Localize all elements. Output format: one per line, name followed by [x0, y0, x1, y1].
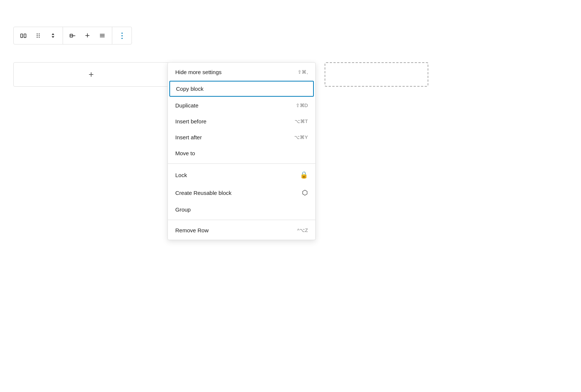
svg-marker-8 — [52, 33, 54, 35]
menu-shortcut-insert-after: ⌥⌘Y — [294, 134, 308, 140]
menu-item-label: Lock — [175, 172, 187, 178]
lock-icon: 🔒 — [300, 171, 308, 179]
menu-item-hide-more-settings[interactable]: Hide more settings ⇧⌘, — [168, 64, 315, 80]
svg-rect-0 — [21, 34, 23, 38]
svg-marker-9 — [52, 36, 54, 38]
menu-item-create-reusable-block[interactable]: Create Reusable block ⬡ — [168, 184, 315, 202]
menu-item-group[interactable]: Group — [168, 202, 315, 217]
menu-item-label: Remove Row — [175, 227, 209, 233]
align-center-icon[interactable] — [96, 29, 109, 42]
menu-section-2: Lock 🔒 Create Reusable block ⬡ Group — [168, 165, 315, 219]
menu-item-label: Duplicate — [175, 102, 199, 109]
context-menu: Hide more settings ⇧⌘, Copy block Duplic… — [167, 62, 316, 240]
svg-point-3 — [37, 35, 38, 36]
toolbar-group-3: ⋮ — [112, 27, 132, 44]
menu-item-label: Hide more settings — [175, 69, 222, 75]
reusable-block-icon: ⬡ — [302, 189, 308, 197]
menu-item-label: Insert before — [175, 118, 206, 124]
drag-icon[interactable] — [31, 29, 45, 42]
svg-rect-1 — [24, 34, 26, 38]
menu-divider-2 — [168, 220, 315, 220]
menu-item-insert-before[interactable]: Insert before ⌥⌘T — [168, 113, 315, 129]
align-left-icon[interactable] — [66, 29, 79, 42]
toolbar-group-1 — [14, 27, 63, 44]
menu-item-lock[interactable]: Lock 🔒 — [168, 166, 315, 184]
menu-item-label: Group — [175, 206, 191, 213]
columns-icon[interactable] — [17, 29, 30, 42]
dashed-block-placeholder — [325, 62, 428, 87]
move-updown-icon[interactable] — [46, 29, 60, 42]
menu-shortcut-insert-before: ⌥⌘T — [295, 119, 308, 124]
menu-shortcut-hide-settings: ⇧⌘, — [298, 69, 308, 75]
menu-item-insert-after[interactable]: Insert after ⌥⌘Y — [168, 129, 315, 145]
menu-item-remove-row[interactable]: Remove Row ^⌥Z — [168, 222, 315, 238]
svg-point-6 — [39, 35, 40, 36]
add-block-button[interactable]: + — [89, 69, 94, 80]
menu-item-label: Move to — [175, 150, 195, 156]
menu-item-copy-block[interactable]: Copy block — [169, 81, 314, 97]
menu-item-label: Insert after — [175, 134, 202, 140]
toolbar-group-2: + — [63, 27, 112, 44]
add-column-icon[interactable]: + — [81, 29, 94, 42]
menu-section-1: Hide more settings ⇧⌘, Copy block Duplic… — [168, 63, 315, 163]
svg-point-5 — [39, 33, 40, 34]
menu-item-move-to[interactable]: Move to — [168, 145, 315, 161]
menu-shortcut-duplicate: ⇧⌘D — [296, 103, 308, 108]
menu-item-label: Copy block — [176, 86, 203, 92]
menu-item-duplicate[interactable]: Duplicate ⇧⌘D — [168, 97, 315, 113]
svg-point-2 — [37, 33, 38, 34]
menu-section-3: Remove Row ^⌥Z — [168, 221, 315, 240]
svg-point-7 — [39, 37, 40, 38]
menu-divider-1 — [168, 163, 315, 164]
block-toolbar: + ⋮ — [13, 27, 132, 44]
menu-item-label: Create Reusable block — [175, 190, 232, 196]
block-area: + — [13, 62, 169, 87]
more-options-button[interactable]: ⋮ — [115, 29, 129, 42]
svg-point-4 — [37, 37, 38, 38]
menu-shortcut-remove-row: ^⌥Z — [297, 227, 308, 233]
